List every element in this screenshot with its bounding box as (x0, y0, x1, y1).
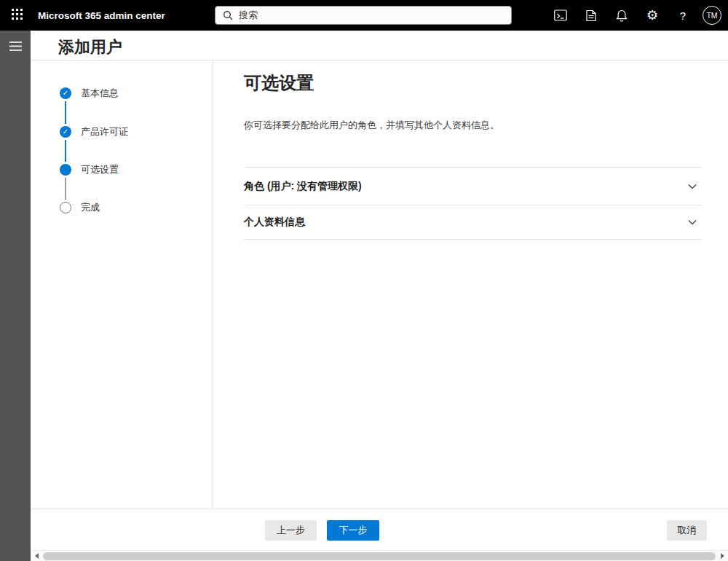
search-icon (223, 10, 233, 20)
step-completed-icon: ✓ (60, 87, 71, 99)
step-label: 完成 (81, 201, 100, 214)
section-label: 角色 (用户: 没有管理权限) (244, 180, 362, 193)
step-connector (65, 140, 66, 162)
gear-icon: ⚙ (646, 9, 658, 22)
whats-new-button[interactable] (576, 0, 606, 31)
chevron-down-icon (687, 217, 697, 227)
divider (213, 60, 213, 509)
nav-rail (0, 31, 31, 561)
main-panel: 添加用户 ✓ 基本信息 ✓ 产品许可证 可选设置 完成 (31, 31, 728, 550)
step-connector (65, 101, 66, 124)
search-placeholder: 搜索 (239, 9, 258, 22)
bell-icon (616, 9, 628, 22)
step-upcoming-icon (60, 202, 71, 213)
account-avatar[interactable]: TM (703, 6, 721, 25)
step-label: 可选设置 (81, 163, 119, 176)
app-launcher-button[interactable] (0, 0, 33, 31)
cancel-button[interactable]: 取消 (667, 520, 707, 541)
section-label: 个人资料信息 (244, 216, 305, 229)
step-label: 基本信息 (81, 87, 119, 100)
back-button[interactable]: 上一步 (265, 520, 317, 541)
section-profile-info[interactable]: 个人资料信息 (244, 205, 702, 240)
cloud-shell-icon (554, 9, 567, 21)
scroll-right-button[interactable] (716, 551, 728, 561)
help-button[interactable]: ? (668, 0, 698, 31)
step-current-icon (60, 164, 71, 176)
chevron-down-icon (687, 181, 697, 192)
page-title: 添加用户 (58, 36, 122, 58)
cloud-shell-button[interactable] (545, 0, 576, 31)
document-icon (586, 9, 596, 22)
step-completed-icon: ✓ (60, 126, 71, 138)
accordion-sections: 角色 (用户: 没有管理权限) 个人资料信息 (244, 167, 702, 240)
scrollbar-track[interactable] (42, 551, 716, 561)
content-heading: 可选设置 (244, 71, 314, 95)
scroll-right-icon (721, 553, 724, 559)
help-icon: ? (680, 9, 686, 22)
step-label: 产品许可证 (81, 125, 128, 138)
notifications-button[interactable] (606, 0, 637, 31)
hamburger-icon (9, 42, 22, 51)
search-input[interactable]: 搜索 (215, 6, 512, 25)
section-roles[interactable]: 角色 (用户: 没有管理权限) (244, 167, 702, 205)
scroll-left-button[interactable] (31, 551, 42, 561)
app-title[interactable]: Microsoft 365 admin center (38, 0, 165, 31)
waffle-icon (12, 9, 23, 23)
wizard-step-optional-settings[interactable]: 可选设置 (60, 162, 119, 177)
horizontal-scrollbar[interactable] (31, 550, 728, 561)
step-connector (65, 178, 66, 200)
nav-toggle-button[interactable] (0, 34, 31, 58)
wizard-step-finish[interactable]: 完成 (60, 200, 100, 215)
settings-button[interactable]: ⚙ (637, 0, 668, 31)
topbar: Microsoft 365 admin center 搜索 (0, 0, 728, 31)
content-description: 你可选择要分配给此用户的角色，并填写其他个人资料信息。 (244, 119, 499, 132)
scrollbar-thumb[interactable] (43, 552, 716, 560)
scroll-left-icon (35, 553, 39, 559)
wizard-step-licenses[interactable]: ✓ 产品许可证 (60, 125, 128, 139)
screen: Microsoft 365 admin center 搜索 (0, 0, 728, 561)
topbar-actions: ⚙ ? TM (545, 0, 728, 31)
divider (31, 60, 728, 60)
next-button[interactable]: 下一步 (327, 520, 379, 541)
wizard-step-basics[interactable]: ✓ 基本信息 (60, 86, 119, 101)
divider (31, 509, 728, 509)
